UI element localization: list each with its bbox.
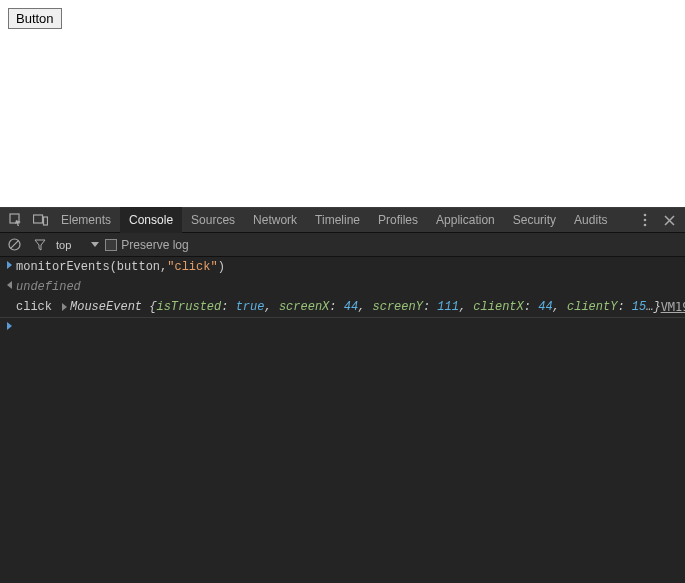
more-icon[interactable] — [633, 208, 657, 232]
tab-timeline[interactable]: Timeline — [306, 207, 369, 233]
context-label: top — [56, 239, 71, 251]
console-output-line: undefined — [0, 277, 685, 297]
svg-line-7 — [10, 241, 18, 249]
event-type-label: click — [16, 299, 58, 315]
clear-console-icon[interactable] — [4, 235, 24, 255]
tab-elements[interactable]: Elements — [52, 207, 120, 233]
tab-security[interactable]: Security — [504, 207, 565, 233]
prompt-chevron-icon — [2, 322, 16, 330]
device-toggle-icon[interactable] — [28, 208, 52, 232]
undefined-value: undefined — [16, 279, 81, 295]
svg-point-3 — [644, 214, 647, 217]
context-selector[interactable]: top — [56, 239, 99, 251]
svg-point-4 — [644, 219, 647, 222]
preserve-log-checkbox[interactable]: Preserve log — [105, 238, 188, 252]
console-input-line[interactable]: monitorEvents(button,"click") — [0, 257, 685, 277]
event-object[interactable]: MouseEvent {isTrusted: true, screenX: 44… — [70, 299, 661, 315]
checkbox-icon — [105, 239, 117, 251]
tab-network[interactable]: Network — [244, 207, 306, 233]
tab-profiles[interactable]: Profiles — [369, 207, 427, 233]
demo-button[interactable]: Button — [8, 8, 62, 29]
chevron-down-icon — [91, 242, 99, 247]
devtools-panel: Elements Console Sources Network Timelin… — [0, 207, 685, 583]
console-code: monitorEvents(button,"click") — [16, 259, 225, 275]
inspect-icon[interactable] — [4, 208, 28, 232]
preserve-log-label: Preserve log — [121, 238, 188, 252]
tab-sources[interactable]: Sources — [182, 207, 244, 233]
filter-icon[interactable] — [30, 235, 50, 255]
tab-console[interactable]: Console — [120, 207, 182, 233]
svg-rect-1 — [33, 215, 42, 223]
svg-rect-2 — [43, 217, 47, 225]
event-source-link[interactable]: VM1903:1 — [661, 299, 685, 315]
close-icon[interactable] — [657, 208, 681, 232]
output-chevron-icon — [2, 281, 16, 289]
console-event-line[interactable]: click MouseEvent {isTrusted: true, scree… — [0, 297, 685, 318]
console-output: monitorEvents(button,"click") undefined … — [0, 257, 685, 583]
console-toolbar: top Preserve log — [0, 233, 685, 257]
svg-point-5 — [644, 224, 647, 227]
input-chevron-icon — [2, 261, 16, 269]
console-prompt[interactable] — [0, 318, 685, 334]
tab-audits[interactable]: Audits — [565, 207, 616, 233]
expand-chevron-icon[interactable] — [58, 303, 70, 311]
tab-application[interactable]: Application — [427, 207, 504, 233]
page-viewport: Button — [0, 0, 685, 207]
devtools-tab-bar: Elements Console Sources Network Timelin… — [0, 207, 685, 233]
